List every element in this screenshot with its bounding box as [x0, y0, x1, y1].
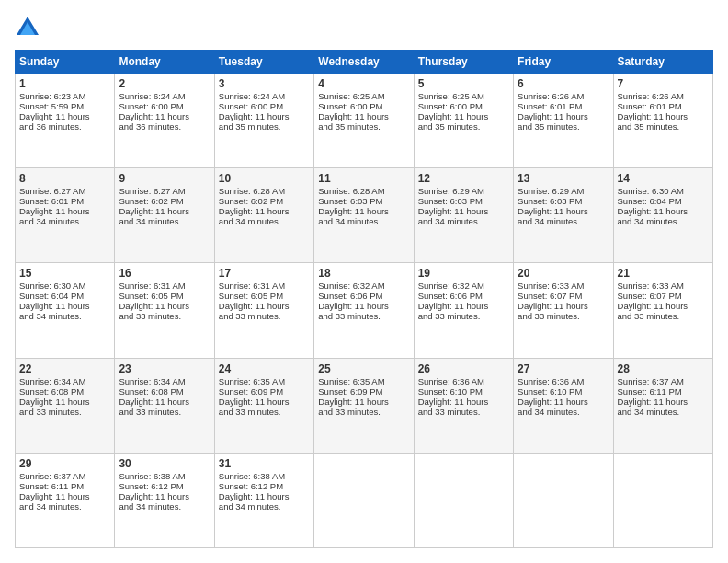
calendar-week-3: 15Sunrise: 6:30 AMSunset: 6:04 PMDayligh… — [16, 263, 713, 358]
day-info-line: and 33 minutes. — [318, 407, 409, 417]
day-info-line: Sunset: 6:00 PM — [119, 101, 210, 111]
day-info-line: Sunset: 6:09 PM — [219, 386, 310, 396]
calendar-cell: 29Sunrise: 6:37 AMSunset: 6:11 PMDayligh… — [16, 453, 115, 547]
day-info-line: Sunrise: 6:28 AM — [219, 186, 310, 196]
day-info-line: Sunset: 6:11 PM — [19, 481, 110, 491]
day-info-line: and 34 minutes. — [119, 501, 210, 511]
day-info-line: Sunrise: 6:26 AM — [618, 91, 709, 101]
day-info-line: Sunrise: 6:26 AM — [518, 91, 609, 101]
calendar-cell: 16Sunrise: 6:31 AMSunset: 6:05 PMDayligh… — [115, 263, 214, 358]
day-number: 10 — [219, 172, 310, 185]
calendar-cell: 7Sunrise: 6:26 AMSunset: 6:01 PMDaylight… — [613, 74, 712, 168]
calendar-cell: 25Sunrise: 6:35 AMSunset: 6:09 PMDayligh… — [314, 358, 414, 453]
day-info-line: and 34 minutes. — [518, 216, 609, 226]
day-info-line: Daylight: 11 hours — [418, 111, 509, 121]
day-info-line: Daylight: 11 hours — [19, 111, 110, 121]
day-info-line: Daylight: 11 hours — [119, 206, 210, 216]
day-number: 22 — [19, 362, 110, 375]
day-info-line: and 33 minutes. — [119, 311, 210, 321]
day-info-line: Sunrise: 6:37 AM — [618, 376, 709, 386]
calendar-cell: 4Sunrise: 6:25 AMSunset: 6:00 PMDaylight… — [314, 74, 414, 168]
day-info-line: Daylight: 11 hours — [318, 396, 409, 407]
day-number: 3 — [219, 77, 310, 90]
day-number: 31 — [219, 457, 310, 470]
day-info-line: Sunrise: 6:35 AM — [219, 376, 310, 386]
day-info-line: Sunset: 6:12 PM — [219, 481, 310, 491]
calendar-cell: 12Sunrise: 6:29 AMSunset: 6:03 PMDayligh… — [414, 168, 513, 263]
day-info-line: and 33 minutes. — [418, 407, 509, 417]
day-info-line: and 33 minutes. — [19, 407, 110, 417]
day-info-line: Daylight: 11 hours — [518, 206, 609, 216]
day-info-line: Sunrise: 6:30 AM — [618, 186, 709, 196]
day-number: 24 — [219, 362, 310, 375]
day-info-line: Sunset: 6:09 PM — [318, 386, 409, 396]
day-info-line: Daylight: 11 hours — [518, 396, 609, 407]
day-number: 4 — [318, 77, 409, 90]
day-info-line: and 34 minutes. — [618, 216, 709, 226]
day-info-line: Sunrise: 6:23 AM — [19, 91, 110, 101]
weekday-header-monday: Monday — [115, 51, 214, 74]
day-info-line: Sunrise: 6:31 AM — [219, 281, 310, 291]
day-info-line: Sunset: 6:00 PM — [219, 101, 310, 111]
calendar-table: SundayMondayTuesdayWednesdayThursdayFrid… — [15, 50, 713, 548]
day-number: 29 — [19, 457, 110, 470]
day-info-line: Sunset: 6:07 PM — [618, 291, 709, 301]
day-info-line: Daylight: 11 hours — [618, 111, 709, 121]
day-info-line: Sunset: 6:03 PM — [318, 196, 409, 206]
day-info-line: and 34 minutes. — [219, 501, 310, 511]
calendar-cell: 5Sunrise: 6:25 AMSunset: 6:00 PMDaylight… — [414, 74, 513, 168]
calendar-cell: 21Sunrise: 6:33 AMSunset: 6:07 PMDayligh… — [613, 263, 712, 358]
weekday-header-saturday: Saturday — [613, 51, 712, 74]
day-info-line: and 34 minutes. — [618, 407, 709, 417]
day-info-line: Daylight: 11 hours — [418, 396, 509, 407]
day-info-line: Sunset: 6:00 PM — [318, 101, 409, 111]
calendar-week-2: 8Sunrise: 6:27 AMSunset: 6:01 PMDaylight… — [16, 168, 713, 263]
day-info-line: Daylight: 11 hours — [119, 491, 210, 501]
day-info-line: and 35 minutes. — [318, 121, 409, 132]
calendar-week-5: 29Sunrise: 6:37 AMSunset: 6:11 PMDayligh… — [16, 453, 713, 547]
day-info-line: and 33 minutes. — [518, 311, 609, 321]
day-info-line: Daylight: 11 hours — [518, 301, 609, 311]
calendar-cell: 14Sunrise: 6:30 AMSunset: 6:04 PMDayligh… — [613, 168, 712, 263]
day-info-line: Daylight: 11 hours — [618, 206, 709, 216]
day-info-line: Sunset: 6:05 PM — [219, 291, 310, 301]
calendar-cell: 13Sunrise: 6:29 AMSunset: 6:03 PMDayligh… — [514, 168, 613, 263]
day-info-line: Daylight: 11 hours — [418, 301, 509, 311]
calendar-cell: 10Sunrise: 6:28 AMSunset: 6:02 PMDayligh… — [214, 168, 313, 263]
day-number: 12 — [418, 172, 509, 185]
day-info-line: and 35 minutes. — [618, 121, 709, 132]
day-info-line: Daylight: 11 hours — [219, 111, 310, 121]
calendar-cell: 22Sunrise: 6:34 AMSunset: 6:08 PMDayligh… — [16, 358, 115, 453]
day-info-line: and 34 minutes. — [19, 311, 110, 321]
day-info-line: Sunset: 6:06 PM — [418, 291, 509, 301]
day-info-line: Sunset: 6:00 PM — [418, 101, 509, 111]
day-number: 25 — [318, 362, 409, 375]
calendar-cell: 28Sunrise: 6:37 AMSunset: 6:11 PMDayligh… — [613, 358, 712, 453]
calendar-cell: 19Sunrise: 6:32 AMSunset: 6:06 PMDayligh… — [414, 263, 513, 358]
day-number: 8 — [19, 172, 110, 185]
day-info-line: Sunset: 6:04 PM — [19, 291, 110, 301]
day-info-line: Daylight: 11 hours — [219, 301, 310, 311]
day-info-line: Sunset: 6:10 PM — [518, 386, 609, 396]
day-info-line: Sunrise: 6:30 AM — [19, 281, 110, 291]
day-info-line: and 34 minutes. — [418, 216, 509, 226]
day-number: 30 — [119, 457, 210, 470]
calendar-cell: 27Sunrise: 6:36 AMSunset: 6:10 PMDayligh… — [514, 358, 613, 453]
day-info-line: and 34 minutes. — [518, 407, 609, 417]
calendar-cell: 31Sunrise: 6:38 AMSunset: 6:12 PMDayligh… — [214, 453, 313, 547]
calendar-cell: 9Sunrise: 6:27 AMSunset: 6:02 PMDaylight… — [115, 168, 214, 263]
weekday-header-row: SundayMondayTuesdayWednesdayThursdayFrid… — [16, 51, 713, 74]
day-info-line: and 35 minutes. — [418, 121, 509, 132]
calendar-cell: 26Sunrise: 6:36 AMSunset: 6:10 PMDayligh… — [414, 358, 513, 453]
day-info-line: Sunrise: 6:38 AM — [219, 471, 310, 481]
day-info-line: Sunrise: 6:33 AM — [518, 281, 609, 291]
day-number: 15 — [19, 267, 110, 280]
day-info-line: and 33 minutes. — [418, 311, 509, 321]
day-number: 1 — [19, 77, 110, 90]
day-number: 2 — [119, 77, 210, 90]
day-info-line: Sunrise: 6:36 AM — [418, 376, 509, 386]
calendar-cell: 6Sunrise: 6:26 AMSunset: 6:01 PMDaylight… — [514, 74, 613, 168]
day-info-line: Sunrise: 6:32 AM — [318, 281, 409, 291]
calendar-cell: 2Sunrise: 6:24 AMSunset: 6:00 PMDaylight… — [115, 74, 214, 168]
calendar-cell: 15Sunrise: 6:30 AMSunset: 6:04 PMDayligh… — [16, 263, 115, 358]
